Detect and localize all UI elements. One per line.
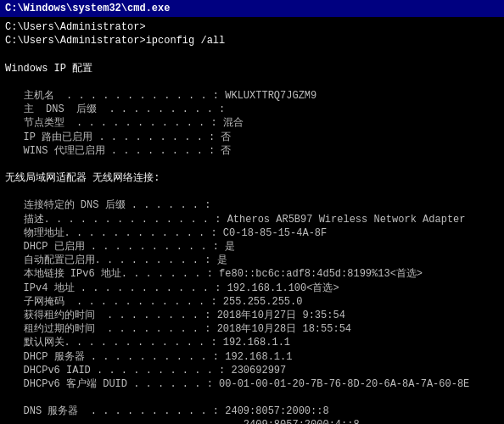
title-bar: C:\Windows\system32\cmd.exe: [0, 0, 504, 17]
cmd-window: C:\Windows\system32\cmd.exe C:\Users\Adm…: [0, 0, 504, 424]
title-label: C:\Windows\system32\cmd.exe: [5, 3, 170, 14]
terminal-content[interactable]: C:\Users\Administrator> C:\Users\Adminis…: [0, 17, 504, 424]
